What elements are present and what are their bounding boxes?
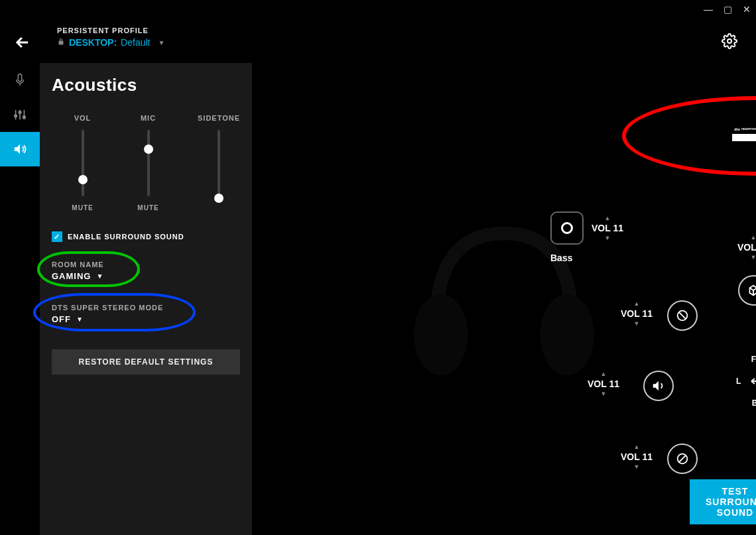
bass-label: Bass (550, 253, 572, 263)
desktop-label: DESKTOP: (69, 37, 117, 48)
bass-vol-label: VOL 11 (592, 223, 623, 233)
bass-channel-button[interactable] (550, 211, 584, 245)
l-vol-label: VOL 11 (588, 379, 619, 389)
volume-slider[interactable] (82, 130, 84, 196)
svg-point-2 (15, 115, 17, 117)
chevron-down-icon: ▼ (158, 39, 164, 46)
fl-vol-label: VOL 11 (621, 308, 653, 319)
test-surround-button[interactable]: TEST SURROUND SOUND (690, 479, 756, 524)
front-left-channel-button[interactable] (667, 300, 698, 331)
surround-checkbox[interactable]: ✓ (52, 231, 62, 242)
fl-vol-down[interactable]: ▼ (634, 320, 640, 327)
compass-back-label: Back (752, 398, 756, 408)
rl-vol-label: VOL 11 (621, 451, 653, 462)
fl-vol-up[interactable]: ▲ (634, 300, 640, 307)
bass-vol-up[interactable]: ▲ (605, 215, 611, 221)
nav-microphone[interactable] (0, 63, 40, 97)
slider-label-sidetone: SIDETONE (198, 114, 240, 122)
slider-label-mic: MIC (141, 114, 156, 122)
compass-front-label: Front (751, 355, 756, 364)
minimize-button[interactable]: — (704, 4, 713, 15)
dts-headphone-badge: dts HEADPHONE: X 2.0 (732, 124, 756, 141)
center-vol-down[interactable]: ▼ (751, 254, 756, 261)
chevron-down-icon: ▼ (96, 272, 103, 280)
dts-mode-dropdown[interactable]: OFF ▼ (52, 314, 240, 324)
bass-vol-down[interactable]: ▼ (605, 235, 611, 241)
nav-equalizer[interactable] (0, 97, 40, 132)
room-name-dropdown[interactable]: GAMING ▼ (52, 271, 240, 281)
settings-button[interactable] (722, 33, 737, 53)
sidetone-slider[interactable] (218, 130, 220, 196)
center-channel-button[interactable] (738, 275, 756, 306)
svg-rect-1 (18, 74, 22, 82)
svg-point-4 (23, 116, 26, 119)
orientation-compass: Front L R Back (736, 355, 756, 408)
compass-arrows-icon (747, 368, 756, 394)
l-vol-down[interactable]: ▼ (601, 390, 607, 397)
back-button[interactable] (13, 33, 32, 56)
room-name-label: ROOM NAME (52, 261, 240, 268)
center-vol-up[interactable]: ▲ (751, 234, 756, 241)
mute-label-mic: MUTE (137, 204, 158, 211)
close-button[interactable]: ✕ (743, 4, 751, 15)
svg-point-5 (414, 294, 468, 375)
panel-title: Acoustics (52, 75, 240, 95)
surround-label: ENABLE SURROUND SOUND (68, 233, 184, 241)
chevron-down-icon: ▼ (76, 316, 84, 323)
annotation-blue-ellipse (33, 293, 196, 331)
svg-point-3 (19, 111, 21, 114)
svg-point-6 (540, 294, 594, 375)
rl-vol-up[interactable]: ▲ (634, 444, 640, 450)
profile-dropdown[interactable]: DESKTOP: Default ▼ (57, 37, 164, 48)
rl-vol-down[interactable]: ▼ (634, 463, 640, 470)
restore-defaults-button[interactable]: RESTORE DEFAULT SETTINGS (52, 349, 240, 375)
svg-point-0 (727, 39, 731, 43)
slider-label-vol: VOL (74, 114, 92, 122)
mic-slider[interactable] (147, 130, 150, 196)
rear-left-channel-button[interactable] (667, 444, 698, 474)
compass-left-label: L (736, 377, 741, 386)
annotation-green-ellipse (37, 251, 140, 287)
lock-icon (57, 38, 65, 48)
nav-acoustics[interactable] (0, 132, 40, 166)
desktop-value: Default (121, 37, 150, 48)
profile-label: PERSISTENT PROFILE (57, 27, 164, 34)
dts-mode-label: DTS SUPER STEREO MODE (52, 304, 240, 312)
left-channel-button[interactable] (643, 371, 674, 401)
mute-label-vol: MUTE (72, 204, 93, 211)
maximize-button[interactable]: ▢ (724, 4, 732, 15)
center-vol-label: VOL 11 (737, 242, 756, 253)
l-vol-up[interactable]: ▲ (601, 371, 607, 377)
